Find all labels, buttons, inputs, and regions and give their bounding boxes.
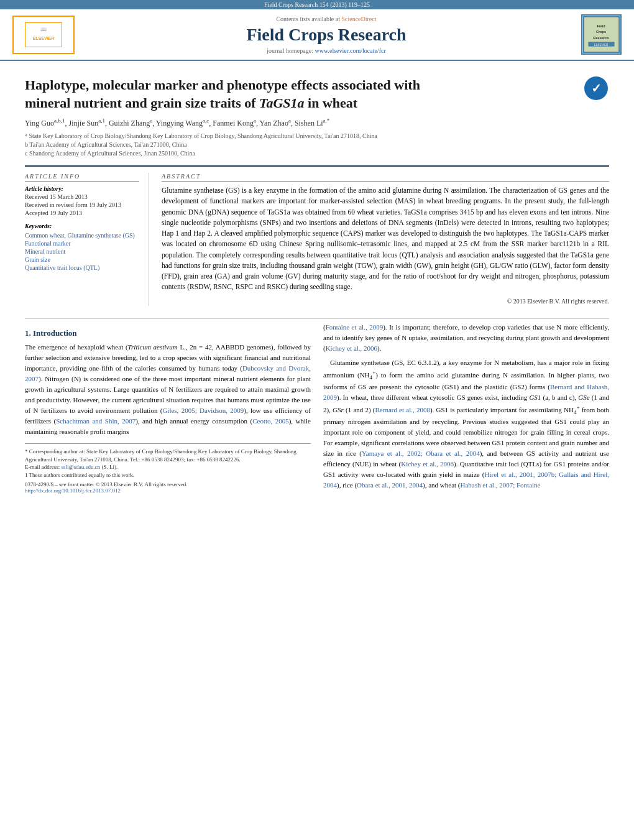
sciencedirect-line: Contents lists available at ScienceDirec… [81,16,572,22]
header-bar: Field Crops Research 154 (2013) 119–125 [0,0,634,9]
section-divider [25,318,609,319]
svg-text:ELSEVIER: ELSEVIER [33,36,55,40]
svg-text:ELSEVIER: ELSEVIER [594,44,609,47]
corresponding-author-note: * Corresponding author at: State Key Lab… [25,448,311,463]
ref-yamaya[interactable]: Yamaya et al., 2002; Obara et al., 2004 [362,450,480,457]
elsevier-logo: 📖 ELSEVIER [12,16,81,54]
ref-ceotto[interactable]: Ceotto, 2005 [252,417,289,425]
sciencedirect-link[interactable]: ScienceDirect [341,16,376,22]
keyword-3[interactable]: Mineral nutrient [25,248,139,255]
journal-center: Contents lists available at ScienceDirec… [81,16,572,54]
journal-title: Field Crops Research [81,25,572,45]
intro-left: 1. Introduction The emergence of hexaplo… [25,322,311,495]
svg-text:Research: Research [593,36,609,40]
section-1-title: 1. Introduction [25,328,311,338]
ref-obara[interactable]: Obara et al., 2001, 2004 [357,481,423,489]
ref-kichey[interactable]: Kichey et al., 2006 [326,344,377,352]
svg-rect-3 [582,16,620,53]
abstract-text: Glutamine synthetase (GS) is a key enzym… [162,185,609,306]
journal-logo: Field Crops Research ELSEVIER [572,14,622,55]
ref-kichey2[interactable]: Kichey et al., 2006 [401,460,454,468]
footnote-1: 1 These authors contributed equally to t… [25,471,311,479]
intro-left-text: The emergence of hexaploid wheat (Tritic… [25,342,311,437]
doi-section: 0378-4290/$ – see front matter © 2013 El… [25,481,311,494]
svg-text:Field: Field [597,24,605,28]
article-title: Haplotype, molecular marker and phenotyp… [25,76,578,112]
ref-schachtman[interactable]: Schachtman and Shin, 2007 [56,417,136,425]
keyword-2[interactable]: Functional marker [25,240,139,247]
ref-bernard[interactable]: Bernard et al., 2008 [375,406,430,413]
abstract-copyright: © 2013 Elsevier B.V. All rights reserved… [162,297,609,306]
homepage-line: journal homepage: www.elsevier.com/locat… [81,47,572,54]
abstract-header: ABSTRACT [162,173,609,182]
article-title-section: Haplotype, molecular marker and phenotyp… [25,70,609,112]
doi-link[interactable]: http://dx.doi.org/10.1016/j.fcr.2013.07.… [25,487,121,494]
intro-right-text: (Fontaine et al., 2009). It is important… [323,322,609,491]
footnote-section: * Corresponding author at: State Key Lab… [25,443,311,479]
crossmark-logo: ✓ [584,76,609,101]
svg-text:📖: 📖 [40,26,47,32]
ref-bernard-habash[interactable]: Bernard and Habash, 2009 [323,383,609,401]
email-line: E-mail address: ssli@sdau.edu.cn (S. Li)… [25,463,311,471]
affiliations: ᵃ State Key Laboratory of Crop Biology/S… [25,132,609,158]
article-info-col: ARTICLE INFO Article history: Received 1… [25,173,149,306]
keyword-5[interactable]: Quantitative trait locus (QTL) [25,264,139,271]
article-history: Article history: Received 15 March 2013 … [25,185,139,216]
article-info-header: ARTICLE INFO [25,173,139,182]
homepage-url[interactable]: www.elsevier.com/locate/fcr [315,47,385,54]
ref-fontaine[interactable]: Fontaine et al., 2009 [326,323,384,331]
intro-right: (Fontaine et al., 2009). It is important… [323,322,609,495]
intro-section: 1. Introduction The emergence of hexaplo… [25,322,609,495]
ref-giles[interactable]: Giles, 2005; Davidson, 2009 [162,407,244,414]
email-link[interactable]: ssli@sdau.edu.cn [61,464,100,470]
keywords-section: Keywords: Common wheat, Glutamine synthe… [25,223,139,271]
keyword-1[interactable]: Common wheat, Glutamine synthetase (GS) [25,232,139,239]
svg-rect-0 [25,22,62,47]
abstract-col: ABSTRACT Glutamine synthetase (GS) is a … [162,173,609,306]
ref-dubcovsky[interactable]: Dubcovsky and Dvorak, 2007 [25,364,311,382]
keywords-title: Keywords: [25,223,139,229]
keyword-4[interactable]: Grain size [25,256,139,263]
ref-habash[interactable]: Habash et al., 2007; Fontaine [461,481,541,489]
authors-line: Ying Guoa,b,1, Jinjie Suna,1, Guizhi Zha… [25,117,609,129]
journal-header: 📖 ELSEVIER Contents lists available at S… [0,9,634,61]
journal-citation: Field Crops Research 154 (2013) 119–125 [264,1,370,8]
svg-text:Crops: Crops [596,30,606,34]
